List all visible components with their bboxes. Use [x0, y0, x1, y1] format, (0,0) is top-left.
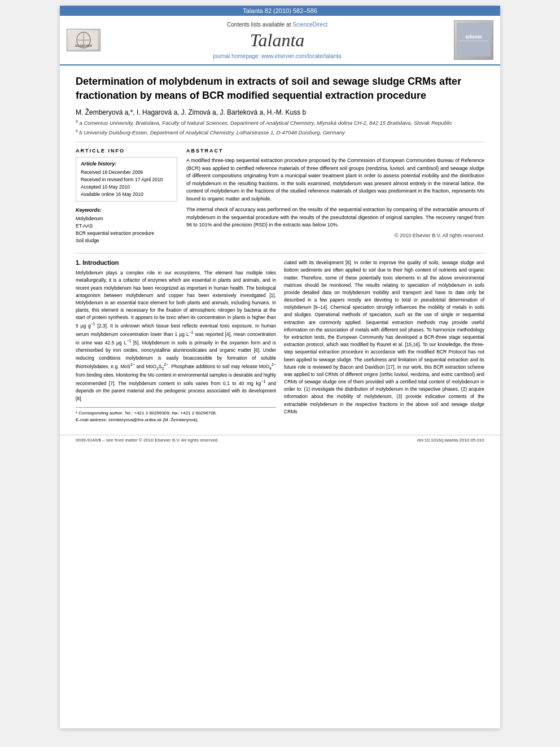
- copyright: © 2010 Elsevier B.V. All rights reserved…: [186, 233, 484, 238]
- accepted-date: Accepted 10 May 2010: [81, 184, 172, 191]
- talanta-logo-text: talanta: [457, 23, 491, 58]
- page: Talanta 82 (2010) 582–586 ELSEVIER Conte…: [60, 6, 500, 728]
- authors-line: M. Žemberyová a,*, I. Hagarová a, J. Zim…: [76, 108, 484, 116]
- available-date: Available online 16 May 2010: [81, 191, 172, 198]
- sciencedirect-line: Contents lists available at ScienceDirec…: [100, 21, 454, 28]
- abstract-section: ARTICLE INFO Article history: Received 1…: [76, 148, 484, 244]
- svg-text:ELSEVIER: ELSEVIER: [75, 44, 92, 47]
- elsevier-logo-image: ELSEVIER: [67, 29, 100, 51]
- keyword-2: ET-AAS: [76, 222, 177, 230]
- article-info-heading: ARTICLE INFO: [76, 148, 177, 154]
- header-left: ELSEVIER: [67, 29, 100, 51]
- svg-text:talanta: talanta: [466, 33, 482, 40]
- main-body: 1. Introduction Molybdenum plays a compl…: [60, 259, 500, 435]
- keyword-3: BCR sequential extraction procedure: [76, 230, 177, 237]
- body-left-column: 1. Introduction Molybdenum plays a compl…: [76, 259, 276, 423]
- article-content: Determination of molybdenum in extracts …: [60, 65, 500, 253]
- affiliation-b: b b University Duisburg-Essen, Departmen…: [76, 128, 484, 136]
- bottom-bar: 0039-9140/$ – see front matter © 2010 El…: [60, 435, 500, 445]
- footnote-email: E-mail address: zemberyova@fns.uniba.sk …: [76, 417, 276, 423]
- elsevier-logo: ELSEVIER: [67, 29, 100, 51]
- divider-2: [76, 253, 484, 254]
- journal-title: Talanta: [100, 30, 454, 51]
- keyword-1: Molybdenum: [76, 215, 177, 222]
- body-right-column: ciated with its development [8]. In orde…: [284, 259, 484, 423]
- abstract-para-1: A modified three-step sequential extract…: [186, 157, 484, 203]
- abstract-para-2: The internal check of accuracy was perfo…: [186, 206, 484, 229]
- issn-copyright: 0039-9140/$ – see front matter © 2010 El…: [76, 438, 218, 443]
- abstract-column: ABSTRACT A modified three-step sequentia…: [186, 148, 484, 244]
- received-date: Received 18 December 2009: [81, 169, 172, 176]
- footnote-divider: [76, 407, 276, 408]
- journal-header: ELSEVIER Contents lists available at Sci…: [60, 16, 500, 65]
- intro-text: Molybdenum plays a complex role in our e…: [76, 269, 276, 403]
- intro-section-title: 1. Introduction: [76, 259, 276, 266]
- abstract-heading: ABSTRACT: [186, 148, 484, 154]
- svg-rect-5: [457, 23, 491, 56]
- doi: doi:10.1016/j.talanta.2010.05.010: [417, 438, 484, 443]
- abstract-text: A modified three-step sequential extract…: [186, 157, 484, 229]
- footnote-corresponding: * Corresponding author. Tel.: +421 2 602…: [76, 410, 276, 417]
- homepage-url[interactable]: www.elsevier.com/locate/talanta: [261, 53, 342, 59]
- affiliation-a: a a Comenius University, Bratislava, Fac…: [76, 119, 484, 126]
- history-title: Article history:: [81, 161, 172, 167]
- keywords-title: Keywords:: [76, 207, 177, 213]
- journal-homepage: journal homepage: www.elsevier.com/locat…: [100, 53, 454, 59]
- article-title: Determination of molybdenum in extracts …: [76, 75, 484, 103]
- journal-citation: Talanta 82 (2010) 582–586: [243, 7, 317, 14]
- divider-1: [76, 142, 484, 142]
- journal-center: Contents lists available at ScienceDirec…: [100, 21, 454, 59]
- article-info-column: ARTICLE INFO Article history: Received 1…: [76, 148, 177, 244]
- article-history-box: Article history: Received 18 December 20…: [76, 157, 177, 202]
- talanta-logo: talanta: [454, 20, 493, 60]
- keyword-4: Soil sludge: [76, 237, 177, 244]
- revised-date: Received in revised form 17 April 2010: [81, 176, 172, 184]
- svg-rect-7: [460, 41, 488, 41]
- top-bar: Talanta 82 (2010) 582–586: [60, 6, 500, 16]
- sciencedirect-link[interactable]: ScienceDirect: [292, 21, 327, 28]
- intro-text-right: ciated with its development [8]. In orde…: [284, 259, 484, 416]
